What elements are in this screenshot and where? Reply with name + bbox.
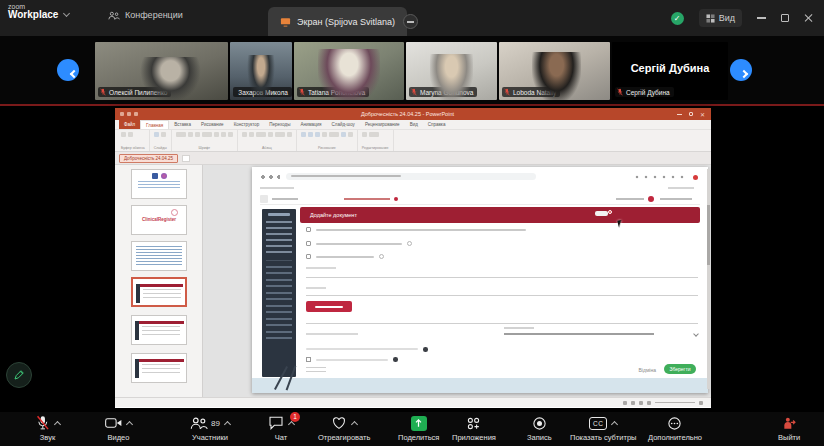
document-tab[interactable]: Доброчесність 24.04.25 (119, 154, 178, 163)
pencil-icon (13, 369, 25, 381)
video-tile[interactable]: Maryna Goriunova (406, 42, 497, 100)
top-bar: zoom Workplace Конференции Экран (Spijov… (0, 0, 824, 36)
participants-button[interactable]: 89 Участники (190, 415, 230, 442)
toggle-row[interactable] (306, 357, 398, 362)
toggle-row[interactable] (306, 347, 428, 352)
audio-button[interactable]: Звук (35, 415, 60, 442)
mic-muted-icon (35, 415, 50, 431)
ribbon-tab[interactable]: Справка (423, 120, 451, 129)
video-tile[interactable]: Loboda Nataliy (499, 42, 610, 100)
leave-button[interactable]: Выйти (778, 415, 800, 442)
ribbon-tab[interactable]: Файл (119, 120, 140, 129)
ribbon-tab[interactable]: Переходы (264, 120, 295, 129)
ribbon-group[interactable]: Слайды (150, 130, 172, 151)
video-tile[interactable]: Сергій Дубина Сергій Дубина (612, 42, 728, 100)
checklist-row (306, 227, 526, 232)
ppt-close-icon[interactable]: ✕ (700, 111, 705, 118)
ribbon-tab[interactable]: Конструктор (229, 120, 265, 129)
minimize-button[interactable] (757, 17, 766, 19)
scroll-left-button[interactable] (57, 59, 79, 81)
participant-name: Loboda Nataliy (513, 89, 556, 96)
slide-thumbnail-6[interactable] (131, 353, 187, 383)
ribbon-group[interactable]: Буфер обмена (117, 130, 150, 151)
save-button[interactable]: Зберегти (664, 364, 696, 374)
ribbon-tab[interactable]: Рецензирование (360, 120, 405, 129)
slide-thumbnail-3[interactable] (131, 241, 187, 271)
zoom-workplace-logo[interactable]: zoom Workplace (8, 3, 69, 20)
more-button[interactable]: Дополнительно (648, 415, 702, 442)
share-label: Поделиться (398, 433, 439, 442)
input-underline[interactable] (306, 323, 698, 324)
participants-options-chevron[interactable] (224, 421, 231, 428)
slide-thumbnail-panel[interactable]: ClinicalRegister (115, 165, 203, 397)
ribbon-group[interactable]: Редактирование (358, 130, 394, 151)
ribbon-tab[interactable]: Главная (140, 120, 169, 129)
ribbon-group-label: Слайды (154, 146, 167, 150)
brand-label: Workplace (8, 9, 58, 20)
powerpoint-body: ClinicalRegister (115, 165, 711, 397)
ribbon-tab[interactable]: Вид (405, 120, 423, 129)
input-underline[interactable] (306, 277, 698, 278)
quick-access-toolbar[interactable] (120, 112, 138, 116)
ribbon-tab[interactable]: Рисование (196, 120, 229, 129)
maximize-button[interactable] (781, 14, 789, 22)
powerpoint-window-controls[interactable]: ✕ (677, 111, 705, 118)
upload-file-button[interactable] (306, 301, 352, 312)
ribbon-group[interactable]: Рисование (297, 130, 358, 151)
audio-options-chevron[interactable] (54, 421, 61, 428)
ppt-minimize-icon[interactable] (677, 114, 682, 115)
video-tile[interactable]: Олексій Пилипенко (95, 42, 228, 100)
ribbon-group[interactable]: Шрифт (172, 130, 238, 151)
ribbon-group-label: Шрифт (176, 146, 233, 150)
video-tile[interactable]: Tatiana Pohorielova (294, 42, 404, 100)
ribbon-group-label: Абзац (242, 146, 292, 150)
select-label (504, 327, 534, 329)
ribbon-group[interactable]: Абзац (238, 130, 297, 151)
audio-label: Звук (40, 433, 55, 442)
mic-muted-icon (299, 88, 305, 96)
video-options-chevron[interactable] (126, 421, 133, 428)
ribbon-tab[interactable]: Слайд-шоу (327, 120, 360, 129)
tab-screen-share[interactable]: Экран (Spijova Svitlana) (268, 7, 407, 36)
record-dot-icon (693, 175, 698, 180)
mouse-cursor (617, 219, 625, 227)
react-label: Отреагировать (318, 433, 370, 442)
ppt-maximize-icon[interactable] (689, 112, 693, 116)
leave-icon (782, 416, 796, 431)
slide-thumbnail-2[interactable]: ClinicalRegister (131, 205, 187, 235)
video-button[interactable]: Видео (105, 415, 132, 442)
cancel-button[interactable]: Відміна (639, 367, 656, 373)
apps-button[interactable]: Приложения (452, 415, 496, 442)
bookmarks-bar (260, 186, 700, 190)
close-button[interactable] (804, 13, 814, 23)
slide-thumbnail-1[interactable] (131, 169, 187, 199)
top-bar-right: ✓ Вид (671, 0, 814, 36)
video-tile[interactable]: Захаров Микола (230, 42, 292, 100)
tab-conferences[interactable]: Конференции (108, 10, 183, 20)
participants-icon (190, 416, 208, 430)
react-options-chevron[interactable] (351, 421, 358, 428)
captions-button[interactable]: CC Показать субтитры (570, 415, 636, 442)
banner-badge (608, 210, 612, 214)
webapp-header (260, 194, 700, 205)
input-underline[interactable] (306, 295, 698, 296)
canvas-scrollbar[interactable] (707, 169, 710, 389)
slide-thumbnail-5[interactable] (131, 315, 187, 345)
participant-name: Maryna Goriunova (420, 89, 473, 96)
captions-options-chevron[interactable] (611, 421, 618, 428)
ribbon-tab[interactable]: Вставка (169, 120, 196, 129)
ribbon-tab[interactable]: Анимация (295, 120, 326, 129)
pause-share-icon[interactable] (403, 14, 418, 29)
view-button[interactable]: Вид (699, 9, 742, 27)
share-button[interactable]: Поделиться (398, 415, 439, 442)
chat-options-chevron[interactable] (288, 421, 295, 428)
react-button[interactable]: Отреагировать (318, 415, 370, 442)
status-view-controls[interactable] (623, 401, 703, 405)
select-value[interactable] (504, 333, 654, 335)
record-label: Запись (527, 433, 552, 442)
record-button[interactable]: Запись (527, 415, 552, 442)
annotate-button[interactable] (6, 362, 32, 388)
scroll-right-button[interactable] (730, 59, 752, 81)
slide-thumbnail-4-selected[interactable] (131, 277, 187, 307)
chat-button[interactable]: 1 Чат (268, 415, 294, 442)
